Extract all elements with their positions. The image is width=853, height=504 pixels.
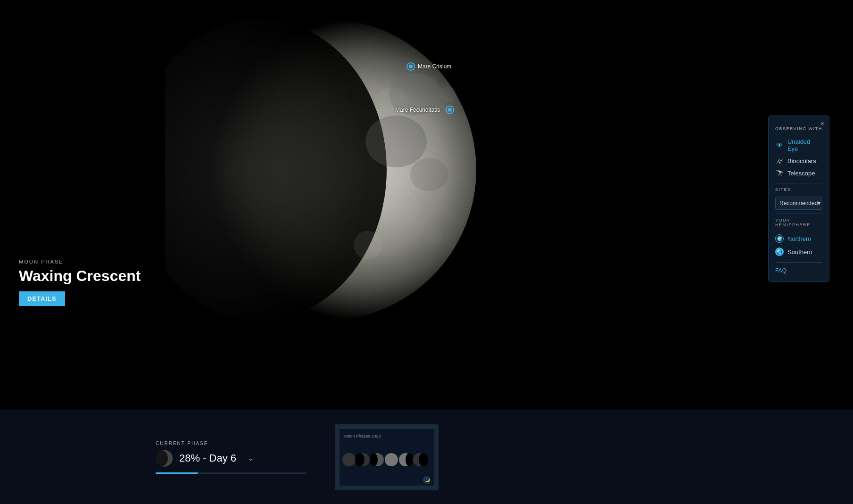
faq-link[interactable]: FAQ <box>775 267 822 274</box>
southern-label: Southern <box>787 248 812 256</box>
phase-name: Waxing Crescent <box>19 267 141 285</box>
hemisphere-title: YOUR HEMISPHERE <box>775 218 822 227</box>
bottom-bar: CURRENT PHASE 28% - Day 6 ⌄ Moon Phases … <box>0 410 853 504</box>
observing-panel: × OBSERVING WITH 👁 Unaided Eye ⌭ Binocul… <box>768 116 829 282</box>
moon-phases-thumbnail[interactable]: Moon Phases 2023 🌙 <box>335 424 439 490</box>
svg-point-18 <box>342 453 356 466</box>
northern-globe-icon: 🌍 <box>775 234 784 243</box>
panel-divider-3 <box>775 262 822 263</box>
svg-text:Moon Phases 2023: Moon Phases 2023 <box>344 434 381 438</box>
sites-dropdown-label: Recommended <box>779 200 818 207</box>
observing-with-title: OBSERVING WITH <box>775 126 822 131</box>
phase-bar-fill <box>156 472 198 474</box>
svg-point-27 <box>419 453 428 466</box>
moon-image <box>165 9 486 330</box>
moon-phase-info: MOON PHASE Waxing Crescent DETAILS <box>19 259 141 306</box>
sites-dropdown[interactable]: Recommended ▾ <box>775 197 822 210</box>
panel-divider-1 <box>775 183 822 183</box>
svg-point-20 <box>355 453 364 466</box>
svg-point-22 <box>370 453 378 466</box>
sites-title: SITES <box>775 187 822 192</box>
mare-crisium-label: Mare Crisium <box>418 63 451 70</box>
panel-divider-2 <box>775 214 822 214</box>
telescope-icon: 🔭 <box>775 169 784 177</box>
southern-globe-icon: 🌏 <box>775 248 784 256</box>
telescope-label: Telescope <box>787 170 815 177</box>
details-button[interactable]: DETAILS <box>19 291 65 306</box>
current-phase-section: CURRENT PHASE 28% - Day 6 ⌄ <box>156 441 306 474</box>
unaided-eye-label: Unaided Eye <box>787 138 822 152</box>
phase-percent-text: 28% - Day 6 <box>179 452 236 464</box>
telescope-option[interactable]: 🔭 Telescope <box>775 167 822 179</box>
moon-phase-section-label: MOON PHASE <box>19 259 141 264</box>
mare-crisium-dot <box>406 62 415 71</box>
svg-point-9 <box>424 226 443 245</box>
phase-bar <box>156 472 306 474</box>
mare-crisium-marker[interactable]: Mare Crisium <box>406 62 451 71</box>
mare-fecunditatis-marker[interactable]: Mare Fecunditatis <box>395 106 454 114</box>
unaided-eye-option[interactable]: 👁 Unaided Eye <box>775 136 822 155</box>
svg-point-23 <box>385 453 398 466</box>
mare-fecunditatis-dot <box>446 106 454 114</box>
current-phase-label: CURRENT PHASE <box>156 441 306 446</box>
binoculars-label: Binoculars <box>787 157 816 165</box>
svg-point-25 <box>406 453 413 466</box>
northern-label: Northern <box>787 235 812 242</box>
binoculars-option[interactable]: ⌭ Binoculars <box>775 155 822 167</box>
mare-fecunditatis-label: Mare Fecunditatis <box>395 107 440 113</box>
svg-point-7 <box>354 231 382 259</box>
panel-close-button[interactable]: × <box>820 120 824 127</box>
svg-point-11 <box>365 116 427 167</box>
svg-point-8 <box>439 86 456 103</box>
phases-thumbnail-image: Moon Phases 2023 🌙 <box>340 429 434 486</box>
phase-percent-row[interactable]: 28% - Day 6 ⌄ <box>156 450 306 467</box>
svg-point-12 <box>410 158 448 191</box>
phase-chevron-icon: ⌄ <box>248 454 254 463</box>
dropdown-chevron-icon: ▾ <box>818 200 820 207</box>
binoculars-icon: ⌭ <box>775 157 784 165</box>
eye-icon: 👁 <box>775 141 784 149</box>
southern-hemisphere-option[interactable]: 🌏 Southern <box>775 245 822 258</box>
svg-point-6 <box>382 189 420 226</box>
northern-hemisphere-option[interactable]: 🌍 Northern <box>775 232 822 245</box>
small-moon-icon <box>156 450 173 467</box>
svg-text:🌙: 🌙 <box>425 478 430 482</box>
